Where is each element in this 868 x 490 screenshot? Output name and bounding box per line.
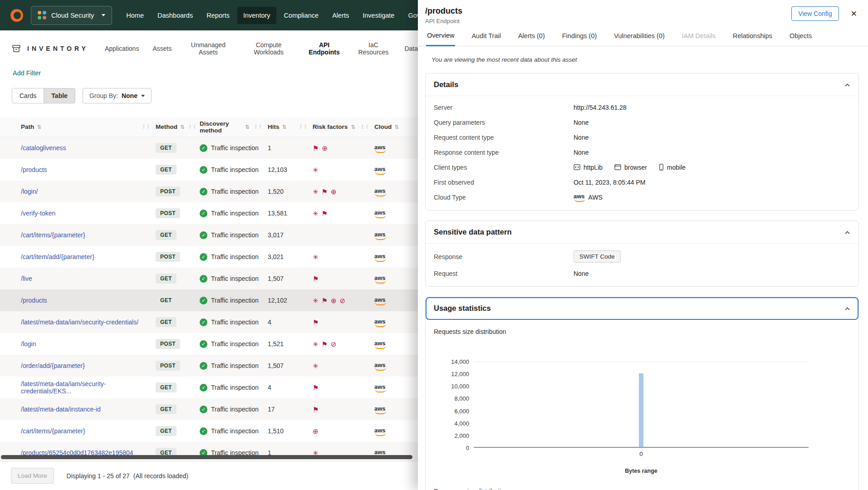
details-section-header[interactable]: Details <box>426 74 858 96</box>
sort-icon[interactable]: ⇅ <box>37 124 41 130</box>
flag-icon: ⚑ <box>313 384 319 391</box>
table-row[interactable]: /products GET ✓Traffic inspection 12,103… <box>0 159 418 181</box>
x-axis-title: Bytes range <box>474 468 809 474</box>
column-header[interactable]: Method ⇅ ⋮⋮ <box>156 123 200 130</box>
panel-tab-relationships[interactable]: Relationships <box>732 32 773 46</box>
table-row[interactable]: /latest/meta-data/iam/security-credentia… <box>0 377 418 398</box>
panel-tab-alerts-0[interactable]: Alerts (0) <box>517 32 546 46</box>
path-link[interactable]: /cart/items/{parameter} <box>21 231 85 239</box>
inventory-tab-unmanaged-assets[interactable]: Unmanaged Assets <box>185 39 231 58</box>
table-row[interactable]: /cart/items/{parameter} GET ✓Traffic ins… <box>0 420 418 442</box>
risk-factors-cell: ⚑ <box>313 406 374 413</box>
sort-icon[interactable]: ⇅ <box>282 124 287 130</box>
panel-tab-overview[interactable]: Overview <box>426 32 455 46</box>
path-link[interactable]: /order/add/{parameter} <box>21 362 85 369</box>
table-view-button[interactable]: Table <box>44 88 75 103</box>
table-row[interactable]: /products GET ✓Traffic inspection 12,102… <box>0 289 418 311</box>
sort-icon[interactable]: ⇅ <box>180 124 185 130</box>
panel-tab-iam-details[interactable]: IAM Details <box>681 32 716 46</box>
detail-field-label: Client types <box>434 164 574 171</box>
column-header[interactable]: Hits ⇅ ⋮⋮ <box>268 123 313 130</box>
table-row[interactable]: /cart/item/add/{parameter} POST ✓Traffic… <box>0 246 418 268</box>
nav-item-dashboards[interactable]: Dashboards <box>152 7 199 24</box>
path-link[interactable]: /login <box>21 340 36 348</box>
aws-logo-icon: aws <box>374 231 386 240</box>
inventory-tab-applications[interactable]: Applications <box>105 39 139 58</box>
usage-section-header[interactable]: Usage statistics <box>426 297 858 320</box>
path-link[interactable]: /products <box>21 166 47 173</box>
client-type: mobile <box>659 164 686 171</box>
scrollbar-thumb[interactable] <box>1 455 412 459</box>
chevron-down-icon <box>102 14 105 16</box>
nav-item-home[interactable]: Home <box>120 7 150 24</box>
path-link[interactable]: /latest/meta-data/iam/security-credentia… <box>21 380 106 395</box>
y-axis-tick-label: 8,000 <box>454 395 469 402</box>
inventory-tab-iac-resources[interactable]: IaC Resources <box>356 39 391 58</box>
group-by-dropdown[interactable]: Group By: None <box>83 88 152 103</box>
table-row[interactable]: /latest/meta-data/instance-id GET ✓Traff… <box>0 398 418 420</box>
path-link[interactable]: /latest/meta-data/iam/security-credentia… <box>21 318 138 326</box>
inventory-tab-assets[interactable]: Assets <box>152 39 172 58</box>
nav-item-reports[interactable]: Reports <box>201 7 235 24</box>
table-row[interactable]: /latest/meta-data/iam/security-credentia… <box>0 311 418 333</box>
path-link[interactable]: /cart/item/add/{parameter} <box>21 253 94 260</box>
orca-logo-icon[interactable] <box>8 7 25 24</box>
nav-item-investigate[interactable]: Investigate <box>357 7 400 24</box>
aws-logo-icon: aws <box>374 187 386 196</box>
table-row[interactable]: /catalogliveness GET ✓Traffic inspection… <box>0 137 418 159</box>
panel-tab-audit-trail[interactable]: Audit Trail <box>471 32 501 46</box>
path-link[interactable]: /catalogliveness <box>21 144 66 152</box>
path-link[interactable]: /products <box>21 297 47 304</box>
table-row[interactable]: /login POST ✓Traffic inspection 1,521 ✳⚑… <box>0 333 418 355</box>
sensitive-section-header[interactable]: Sensitive data pattern <box>426 221 858 244</box>
column-header[interactable]: Risk factors ⇅ ⋮⋮ <box>313 123 374 130</box>
view-config-button[interactable]: View Config <box>791 6 839 21</box>
discovery-cell: ✓Traffic inspection <box>200 144 268 152</box>
column-header[interactable]: Discovery method ⇅ ⋮⋮ <box>200 120 268 134</box>
aws-logo-icon: aws <box>374 318 386 327</box>
nav-item-alerts[interactable]: Alerts <box>326 7 355 24</box>
table-row[interactable]: /live GET ✓Traffic inspection 1,507 ⚑ aw… <box>0 268 418 289</box>
table-row[interactable]: /products/65254c0d0d1763482e195804 GET ✓… <box>0 442 418 464</box>
horizontal-scrollbar[interactable] <box>1 455 417 459</box>
inventory-tab-api-endpoints[interactable]: API Endpoints <box>306 39 343 58</box>
product-selector[interactable]: Cloud Security <box>31 6 112 25</box>
close-icon[interactable]: ✕ <box>849 7 859 20</box>
panel-tab-objects[interactable]: Objects <box>789 32 813 46</box>
add-filter-link[interactable]: Add Filter <box>13 69 41 77</box>
path-link[interactable]: /login/ <box>21 188 38 195</box>
table-row[interactable]: /login/ POST ✓Traffic inspection 1,520 ✳… <box>0 181 418 202</box>
sort-icon[interactable]: ⇅ <box>351 124 355 130</box>
cards-view-button[interactable]: Cards <box>12 88 44 103</box>
path-link[interactable]: /verify-token <box>21 210 55 217</box>
drag-handle-icon[interactable]: ⋮⋮ <box>360 124 374 130</box>
inventory-tab-data[interactable]: Data <box>404 39 418 58</box>
panel-tab-vulnerabilities-0[interactable]: Vulnerabilities (0) <box>613 32 665 46</box>
risk-factors-cell: ⊕ <box>313 428 374 435</box>
usage-statistics-section: Usage statistics Requests size distribut… <box>425 297 859 490</box>
drag-handle-icon[interactable]: ⋮⋮ <box>253 124 268 130</box>
check-icon: ✓ <box>200 297 207 304</box>
column-header[interactable]: Path ⇅ ⋮⋮ <box>0 123 156 130</box>
load-more-button[interactable]: Load More <box>11 468 54 484</box>
drag-handle-icon[interactable]: ⋮⋮ <box>298 124 313 130</box>
table-row[interactable]: /verify-token POST ✓Traffic inspection 1… <box>0 202 418 224</box>
flag-icon: ⚑ <box>322 210 328 217</box>
path-link[interactable]: /live <box>21 275 32 282</box>
sort-icon[interactable]: ⇅ <box>394 124 399 130</box>
table-row[interactable]: /cart/items/{parameter} GET ✓Traffic ins… <box>0 224 418 246</box>
drag-handle-icon[interactable]: ⋮⋮ <box>141 124 156 130</box>
detail-field-label: Cloud Type <box>434 194 574 201</box>
table-row[interactable]: /order/add/{parameter} POST ✓Traffic ins… <box>0 355 418 377</box>
nav-item-compliance[interactable]: Compliance <box>278 7 325 24</box>
nav-item-inventory[interactable]: Inventory <box>237 7 276 24</box>
path-link[interactable]: /cart/items/{parameter} <box>21 427 85 435</box>
path-link[interactable]: /latest/meta-data/instance-id <box>21 406 101 413</box>
column-header[interactable]: Cloud ⇅ ⋮⋮ <box>374 123 418 130</box>
sort-icon[interactable]: ⇅ <box>245 124 250 130</box>
method-cell: GET <box>156 317 200 327</box>
inventory-tab-compute-workloads[interactable]: Compute Workloads <box>245 39 292 58</box>
product-selector-label: Cloud Security <box>51 12 94 19</box>
panel-tab-findings-0[interactable]: Findings (0) <box>561 32 598 46</box>
mobile-icon <box>659 164 664 171</box>
